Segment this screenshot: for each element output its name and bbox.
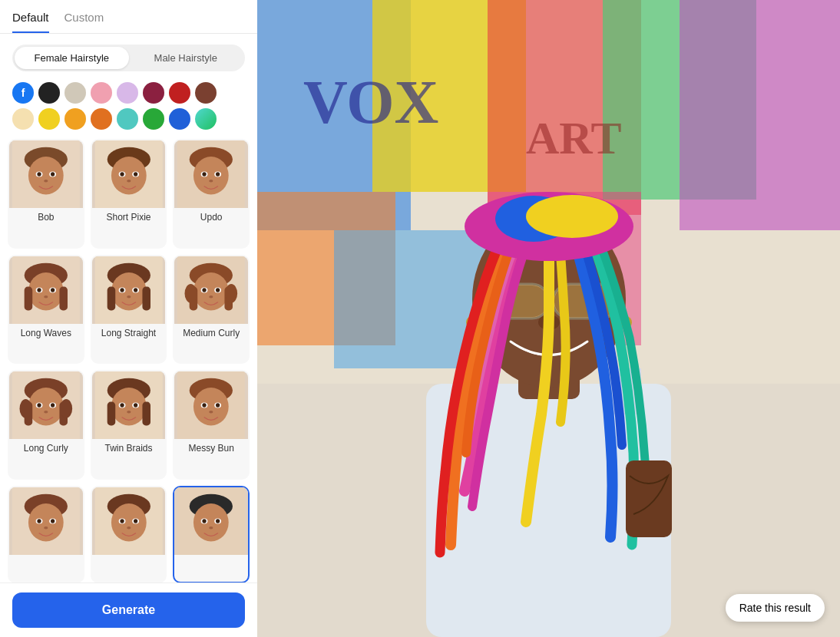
hairstyle-img-medium-curly	[174, 256, 248, 324]
svg-point-67	[44, 411, 48, 414]
svg-point-93	[44, 526, 48, 530]
svg-point-83	[203, 404, 207, 408]
hairstyle-img-short-pixie	[92, 140, 166, 208]
color-row-1: f	[12, 82, 245, 104]
generate-bar: Generate	[0, 583, 257, 637]
swatch-orange1[interactable]	[64, 108, 86, 130]
color-row-2	[12, 108, 245, 130]
svg-point-85	[210, 411, 213, 414]
svg-point-43	[127, 295, 131, 299]
svg-point-107	[203, 519, 207, 523]
hairstyle-card-long-waves[interactable]: Long Waves	[8, 255, 84, 365]
svg-point-76	[134, 404, 137, 408]
hairstyle-card-updo[interactable]: Updo	[173, 139, 250, 249]
tab-default[interactable]: Default	[12, 11, 49, 33]
hairstyle-label-twin-braids: Twin Braids	[101, 439, 155, 459]
svg-point-50	[226, 284, 238, 303]
hairstyle-img-style11	[92, 487, 166, 555]
svg-point-33	[44, 295, 48, 299]
svg-rect-38	[142, 286, 150, 310]
hairstyle-label-style12	[208, 555, 214, 563]
gender-female-btn[interactable]: Female Hairstyle	[15, 47, 129, 69]
svg-point-15	[127, 180, 131, 183]
svg-point-109	[210, 526, 213, 530]
svg-point-7	[44, 180, 48, 183]
svg-point-66	[51, 404, 55, 408]
hairstyle-img-style10	[9, 487, 83, 555]
svg-point-77	[127, 411, 131, 414]
tab-custom[interactable]: Custom	[64, 11, 104, 33]
hairstyle-card-messy-bun[interactable]: Messy Bun	[173, 370, 250, 480]
swatch-teal[interactable]	[117, 108, 138, 130]
svg-point-84	[216, 404, 220, 408]
svg-point-21	[203, 172, 207, 176]
hairstyle-label-short-pixie: Short Pixie	[103, 208, 154, 228]
svg-point-22	[216, 172, 220, 176]
hairstyle-label-medium-curly: Medium Curly	[180, 324, 243, 344]
svg-point-41	[120, 288, 124, 292]
svg-point-91	[37, 519, 41, 523]
swatch-brown[interactable]	[195, 82, 217, 104]
hairstyle-card-style11[interactable]	[91, 486, 167, 583]
svg-rect-27	[25, 286, 33, 310]
svg-point-13	[120, 172, 124, 176]
svg-point-14	[134, 172, 137, 176]
swatch-gradient[interactable]	[195, 108, 217, 130]
gender-toggle: Female Hairstyle Male Hairstyle	[12, 45, 245, 71]
gender-male-btn[interactable]: Male Hairstyle	[129, 47, 243, 69]
rate-result-button[interactable]: Rate this result	[726, 594, 825, 622]
hairstyle-card-medium-curly[interactable]: Medium Curly	[173, 255, 250, 365]
hairstyle-label-long-straight: Long Straight	[98, 324, 159, 344]
swatch-white[interactable]	[64, 82, 86, 104]
svg-point-108	[216, 519, 220, 523]
swatch-lavender[interactable]	[117, 82, 138, 104]
svg-rect-28	[59, 286, 68, 310]
hairstyle-img-updo	[174, 140, 248, 208]
hairstyle-img-long-waves	[9, 256, 83, 324]
hairstyle-img-long-curly	[9, 371, 83, 439]
svg-point-54	[216, 288, 220, 292]
svg-rect-115	[680, 0, 840, 230]
hairstyle-label-style11	[125, 555, 131, 563]
svg-point-5	[37, 172, 41, 176]
hairstyle-img-bob	[9, 140, 83, 208]
swatch-red[interactable]	[169, 82, 190, 104]
svg-rect-140	[626, 460, 672, 537]
swatch-green[interactable]	[143, 108, 164, 130]
svg-point-42	[134, 288, 137, 292]
hairstyle-card-twin-braids[interactable]: Twin Braids	[91, 370, 167, 480]
hairstyle-card-short-pixie[interactable]: Short Pixie	[91, 139, 167, 249]
svg-rect-71	[107, 402, 115, 426]
svg-rect-72	[142, 402, 150, 426]
swatch-darkred[interactable]	[143, 82, 164, 104]
generate-button[interactable]: Generate	[12, 592, 245, 628]
svg-point-65	[37, 404, 41, 408]
color-section: f	[0, 79, 257, 134]
tabs-bar: Default Custom	[0, 0, 257, 34]
swatch-cream[interactable]	[12, 108, 34, 130]
svg-point-100	[134, 519, 137, 523]
right-panel: VOX ART	[257, 0, 840, 637]
hairstyle-card-long-curly[interactable]: Long Curly	[8, 370, 84, 480]
hairstyle-img-messy-bun	[174, 371, 248, 439]
hairstyle-card-long-straight[interactable]: Long Straight	[91, 255, 167, 365]
svg-point-101	[127, 526, 131, 530]
hairstyle-label-style10	[43, 555, 49, 563]
svg-text:ART: ART	[526, 113, 622, 163]
svg-point-55	[210, 295, 213, 299]
swatch-black[interactable]	[38, 82, 60, 104]
svg-point-139	[526, 195, 618, 238]
swatch-blue[interactable]	[169, 108, 190, 130]
hairstyle-card-style10[interactable]	[8, 486, 84, 583]
facebook-icon-swatch[interactable]: f	[12, 82, 34, 104]
swatch-yellow[interactable]	[38, 108, 60, 130]
hairstyle-card-style12[interactable]	[173, 486, 250, 583]
hairstyle-label-updo: Updo	[197, 208, 226, 228]
swatch-pink[interactable]	[91, 82, 112, 104]
svg-rect-37	[107, 286, 115, 310]
svg-point-49	[185, 284, 197, 303]
hairstyle-img-style12	[174, 487, 248, 555]
hairstyle-card-bob[interactable]: Bob	[8, 139, 84, 249]
swatch-orange2[interactable]	[91, 108, 112, 130]
svg-point-92	[51, 519, 55, 523]
